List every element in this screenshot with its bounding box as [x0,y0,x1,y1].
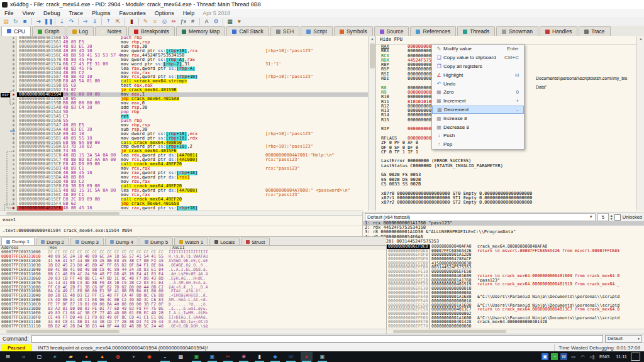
dump-row[interactable]: 00007FFC693311108B D2 45 2B D4 3B D3 44 … [0,324,386,329]
register-row[interactable]: CF 0 TF 1 IF 1 [376,150,644,155]
dump-row[interactable]: 00007FFC69331000CC CC CC CC CC CC CC CC … [0,250,386,255]
command-input[interactable] [31,335,603,343]
tab-notes[interactable]: Notes [95,26,127,36]
dump-row[interactable]: 00007FFC693310F0CE 49 F7 D0 49 C1 F9 03 … [0,315,386,320]
tab-dump-1[interactable]: Dump 1 [1,237,35,246]
scissors-icon[interactable]: ✂ [222,352,234,361]
argument-row[interactable]: 5: [rsp+28] 003144524F575353 [363,239,644,244]
context-menu-item-modify-value[interactable]: ✎Modify valueEnter [432,45,524,53]
tab-threads[interactable]: Threads [457,26,495,36]
disassembly-panel[interactable]: 000000000040156055push rbp00000000004015… [0,36,368,211]
green-app-icon[interactable]: ▣ [191,352,203,361]
callconv-select[interactable]: Default (x64 fastcall)▼ [365,213,596,221]
tab-log[interactable]: Log [67,26,94,36]
arg-count-input[interactable]: 5 [597,213,609,221]
tab-source[interactable]: Source [374,26,409,36]
menu-favourites[interactable]: Favourites [115,10,150,16]
app-y-icon[interactable]: ʏ [128,352,140,361]
context-menu-item-decrease-8[interactable]: ▦Decrease 8 [432,123,524,131]
photos-icon[interactable]: ▣ [206,352,218,361]
run-to-user-icon[interactable]: ⇒ [81,18,89,25]
search-icon[interactable]: ○ [18,352,30,361]
stack-panel[interactable]: 00000000006EFDE0000000000040AFA0crack_me… [386,244,644,329]
register-row[interactable]: x87r2 00000000000000000000 ST2 Empty 0.0… [376,200,644,205]
dump-row[interactable]: 00007FFC693310E049 83 C1 08 4C 3B CF 77 … [0,311,386,315]
open-file-icon[interactable]: ▤ [2,18,10,25]
menu-trace[interactable]: Trace [64,10,87,16]
menu-options[interactable]: Options [150,10,179,16]
hash-icon[interactable]: # [189,18,197,25]
edge-icon[interactable]: e [49,352,61,361]
tab-seh[interactable]: SEH [270,26,299,36]
tab-snowman[interactable]: Snowman [496,26,538,36]
menu-help[interactable]: Help [179,10,199,16]
title-bar[interactable]: x64dbg - File: crack_mex64.exe - PID: 29… [0,0,644,9]
run-icon[interactable]: ➜ [35,18,43,25]
step-over-icon[interactable]: ↷ [67,18,75,25]
compare-icon[interactable]: ◎ [160,18,169,25]
context-menu-item-push[interactable]: ↓Push [432,131,524,140]
app-orange-icon[interactable]: ◉ [143,352,155,361]
checkbox-icon[interactable] [614,214,621,221]
registers-vscrollbar[interactable]: ▲ [636,36,644,211]
image-viewer-icon[interactable]: ▣ [316,352,328,361]
x64dbg-taskbar-icon[interactable]: ● [301,352,313,361]
dump-row[interactable]: 00007FFC693310908A CA 49 C1 E8 06 80 E1 … [0,289,386,293]
settings-icon[interactable]: ⚙ [212,18,220,25]
hex-dump-panel[interactable]: 00007FFC69331000CC CC CC CC CC CC CC CC … [0,250,386,329]
tab-graph[interactable]: Graph [32,26,65,36]
tray-app2-icon[interactable]: ◔ [551,353,558,360]
vlc-icon[interactable]: ▲ [96,352,108,361]
tab-symbols[interactable]: Symbols [334,26,373,36]
tab-script[interactable]: Script [301,26,333,36]
font-icon[interactable]: A [203,18,211,25]
terminal-icon[interactable]: ▮ [253,352,265,361]
tab-breakpoints[interactable]: Breakpoints [128,26,175,36]
unlocked-checkbox[interactable]: Unlocked [614,214,642,221]
context-menu-item-pop[interactable]: ↑Pop [432,140,524,149]
wifi-icon[interactable]: ◠ [579,353,586,360]
call-arguments-panel[interactable]: 1: rcx 00000000001A1760 "pass123"2: rdx … [362,221,644,244]
tab-trace[interactable]: Trace [579,26,610,36]
volume-icon[interactable]: ◁) [589,353,596,360]
opera-icon[interactable]: ◍ [112,352,124,361]
goto-icon[interactable]: ⇱ [114,18,122,25]
step-into-icon[interactable]: ⇣ [58,18,66,25]
taskbar-clock[interactable]: 11:11 [616,354,627,359]
dump-row[interactable]: 00007FFC693310B0C5 4D 8B 01 48 C1 E8 06 … [0,298,386,302]
disasm-row[interactable]: 00000000004015F648 8B 45 18mov rax,qword… [0,206,368,211]
dump-row[interactable]: 00007FFC6933106020 83 CB FF 48 8B C1 47 … [0,277,386,281]
start-button[interactable]: ⊞ [2,352,14,361]
tray-app1-icon[interactable]: ▣ [541,353,548,360]
tab-call-stack[interactable]: Call Stack [226,26,269,36]
dump-row[interactable]: 00007FFC693310D083 A2 01 00 00 83 FE 01 … [0,307,386,311]
tab-handles[interactable]: Handles [540,26,577,36]
tray-word-icon[interactable]: W [560,353,567,360]
dump-row[interactable]: 00007FFC693310301B D2 45 23 D0 45 8D 4F … [0,263,386,268]
context-menu-item-decrement[interactable]: ▦Decrement- [432,106,524,114]
context-menu-item-copy-value-to-clipboard[interactable]: ❏Copy value to clipboardCtrl+C [432,53,524,62]
context-menu-item-increment[interactable]: ▦Increment+ [432,97,524,106]
action-center-icon[interactable] [631,353,640,361]
step-out-icon[interactable]: ⇡ [104,18,113,25]
dump-row[interactable]: 00007FFC693310508B C1 48 89 4C 24 50 48 … [0,272,386,277]
dump-row[interactable]: 00007FFC6933107014 14 41 8B C3 4D 8B F0 … [0,281,386,285]
breakpoint-icon[interactable]: ▮ [128,18,136,25]
grid-app-icon[interactable]: ▦ [175,352,187,361]
tab-references[interactable]: References [410,26,455,36]
pencil-icon[interactable]: ✎ [142,18,150,25]
menu-view[interactable]: View [18,10,39,16]
context-menu-item-increase-8[interactable]: ▦Increase 8 [432,114,524,123]
dump-row[interactable]: 00007FFC6933104000 4C 8B 41 08 49 8B C8 … [0,268,386,272]
firefox-icon[interactable]: ● [80,352,92,361]
blue-app-icon[interactable]: ◆ [269,352,281,361]
scroll-up-icon[interactable]: ▲ [637,36,644,42]
dump-row[interactable]: 00007FFC69331080FF C0 4C 2B F1 3B C6 0F … [0,285,386,290]
flower-app-icon[interactable]: ❀ [238,352,250,361]
dump-row[interactable]: 00007FFC6933101048 89 5C 24 10 48 89 6C … [0,255,386,259]
donate-icon[interactable]: ♥ [235,18,243,25]
dump-row[interactable]: 00007FFC6933110044 03 C8 41 8B D1 44 3B … [0,320,386,324]
restart-icon[interactable]: ↻ [11,18,19,25]
menu-plugins[interactable]: Plugins [87,10,115,16]
context-menu-item-zero[interactable]: ▦Zero0 [432,88,524,97]
